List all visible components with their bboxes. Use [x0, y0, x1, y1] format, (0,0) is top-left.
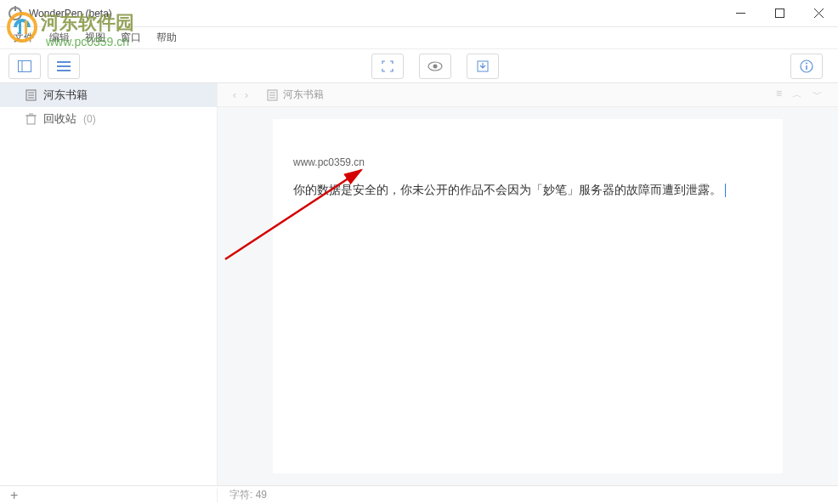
close-button[interactable]	[799, 0, 838, 27]
text-cursor	[725, 184, 726, 197]
trash-icon	[25, 113, 37, 125]
breadcrumb: ‹ › 河东书籍 ≡ ︿ ﹀	[218, 83, 838, 107]
sidebar-item-trash[interactable]: 回收站 (0)	[0, 107, 217, 131]
document-icon	[25, 89, 37, 101]
titlebar: WonderPen (beta)	[0, 0, 838, 27]
nav-back-icon[interactable]: ‹	[233, 89, 236, 101]
document-icon	[267, 89, 278, 101]
chevron-up-icon[interactable]: ︿	[792, 88, 802, 102]
window-title: WonderPen (beta)	[29, 8, 721, 20]
menu-view[interactable]: 视图	[78, 28, 112, 48]
maximize-button[interactable]	[760, 0, 799, 27]
sidebar-item-label: 回收站	[43, 111, 76, 127]
editor[interactable]: www.pc0359.cn 你的数据是安全的，你未公开的作品不会因为「妙笔」服务…	[273, 119, 783, 473]
menu-window[interactable]: 窗口	[114, 28, 148, 48]
sidebar: 河东书籍 回收站 (0)	[0, 83, 218, 485]
sidebar-toggle-button[interactable]	[8, 54, 41, 79]
app-icon	[8, 7, 22, 20]
preview-button[interactable]	[419, 54, 451, 79]
svg-point-10	[433, 64, 438, 68]
sidebar-item-count: (0)	[83, 113, 96, 125]
editor-content[interactable]: 你的数据是安全的，你未公开的作品不会因为「妙笔」服务器的故障而遭到泄露。	[293, 180, 762, 201]
sidebar-item-book[interactable]: 河东书籍	[0, 83, 217, 107]
app-body: 河东书籍 回收站 (0) ‹ › 河东书籍 ≡ ︿ ﹀ w	[0, 83, 838, 485]
breadcrumb-doc[interactable]: 河东书籍	[283, 88, 324, 102]
nav-forward-icon[interactable]: ›	[245, 89, 248, 101]
add-button[interactable]: +	[0, 489, 218, 502]
view-list-icon[interactable]: ≡	[776, 88, 782, 102]
info-button[interactable]	[790, 54, 823, 79]
menu-edit[interactable]: 编辑	[42, 28, 76, 48]
char-count-label: 字符:	[229, 489, 252, 501]
char-count: 字符: 49	[218, 488, 267, 502]
export-button[interactable]	[467, 54, 499, 79]
list-toggle-button[interactable]	[48, 54, 80, 79]
svg-rect-4	[19, 60, 31, 71]
char-count-value: 49	[256, 489, 267, 501]
fullscreen-button[interactable]	[371, 54, 404, 79]
svg-point-13	[806, 62, 807, 64]
editor-url-text: www.pc0359.cn	[293, 156, 762, 168]
minimize-button[interactable]	[721, 0, 760, 27]
menu-help[interactable]: 帮助	[150, 28, 184, 48]
svg-rect-1	[775, 9, 784, 18]
chevron-down-icon[interactable]: ﹀	[813, 88, 823, 102]
main-area: ‹ › 河东书籍 ≡ ︿ ﹀ www.pc0359.cn 你的数据是安全的，你未…	[218, 83, 838, 485]
svg-rect-19	[27, 116, 35, 124]
sidebar-item-label: 河东书籍	[43, 88, 88, 103]
menubar: 文件 编辑 视图 窗口 帮助	[0, 27, 838, 49]
editor-container: www.pc0359.cn 你的数据是安全的，你未公开的作品不会因为「妙笔」服务…	[218, 107, 838, 485]
content-text: 你的数据是安全的，你未公开的作品不会因为「妙笔」服务器的故障而遭到泄露。	[293, 183, 722, 196]
statusbar: + 字符: 49	[0, 485, 838, 504]
toolbar	[0, 49, 838, 83]
menu-file[interactable]: 文件	[7, 28, 41, 48]
